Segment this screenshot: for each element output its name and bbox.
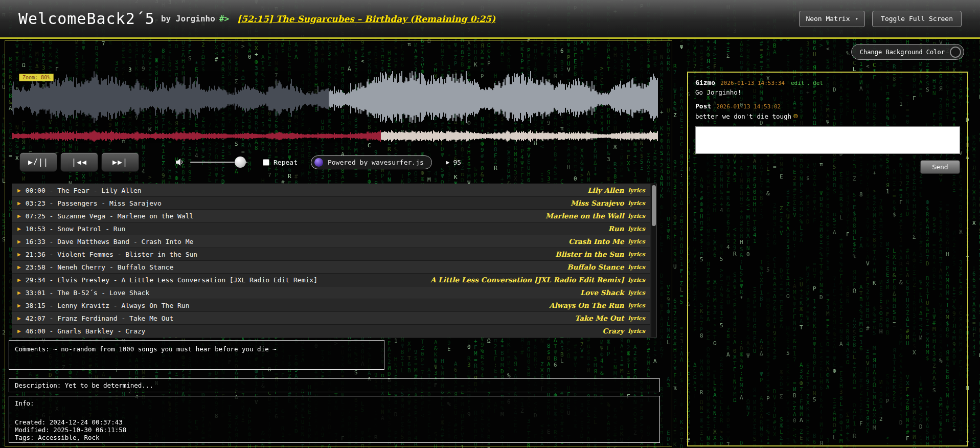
fullscreen-button[interactable]: Toggle Full Screen [872,11,962,27]
app-header: WelcomeBack2´5 by Jorginho #> [52:15] Th… [0,0,980,39]
message-text: Go Jorginho! [695,88,741,96]
theme-select-value: Neon Matrix [806,15,850,23]
track-play-icon[interactable]: ▶ [17,238,21,245]
lyrics-link[interactable]: lyrics [628,238,645,245]
edit-link[interactable]: edit [791,80,805,86]
waveform-seekbar[interactable]: Zoom: 80% [12,71,658,143]
info-modified: Modified: 2025-10-30 06:11:58 [15,427,654,434]
playlist-rows: ▶ 00:00 - The Fear - Lily Allen Lily All… [12,184,650,338]
info-title: Info: [15,400,654,407]
message-timestamp: 2026-01-13 14:53:02 [716,103,781,110]
lyrics-link[interactable]: lyrics [628,289,645,296]
info-tags: Tags: Accessible, Rock [15,434,654,441]
chat-input[interactable] [695,126,960,154]
track-play-icon[interactable]: ▶ [17,315,21,322]
track-title-link[interactable]: Love Shack [580,288,624,297]
playlist-row[interactable]: ▶ 38:15 - Lenny Kravitz - Always On The … [12,299,650,312]
theme-select[interactable]: Neon Matrix ▾ [799,11,865,27]
author-byline: by Jorginho [161,14,215,24]
playlist-row[interactable]: ▶ 29:34 - Elvis Presley - A Little Less … [12,274,650,286]
wavesurfer-credit-link[interactable]: Powered by wavesurfer.js [311,155,432,169]
track-label: 07:25 - Suzanne Vega - Marlene on the Wa… [26,212,194,220]
playlist-row[interactable]: ▶ 10:53 - Snow Patrol - Run Run lyrics [12,222,650,235]
color-picker-knob-icon[interactable] [950,47,961,58]
change-background-button[interactable]: Change Background Color [851,44,964,60]
comments-box: Comments: ~ no-random from 1000 songs yo… [9,340,384,370]
track-title-link[interactable]: Run [608,225,624,233]
player-panel: Zoom: 80% ▶/|| |◀◀ ▶▶| Repeat Powered by… [5,40,672,447]
playlist-row[interactable]: ▶ 00:00 - The Fear - Lily Allen Lily All… [12,184,650,197]
track-label: 23:58 - Neneh Cherry - Buffalo Stance [26,263,174,271]
play-pause-button[interactable]: ▶/|| [19,152,57,172]
playlist-row[interactable]: ▶ 03:23 - Passengers - Miss Sarajevo Mis… [12,197,650,210]
page-title: WelcomeBack2´5 [18,10,155,28]
track-play-icon[interactable]: ▶ [17,251,21,258]
lyrics-link[interactable]: lyrics [628,213,645,219]
playlist-row[interactable]: ▶ 07:25 - Suzanne Vega - Marlene on the … [12,210,650,222]
playlist-row[interactable]: ▶ 16:33 - Dave Matthews Band - Crash Int… [12,235,650,248]
wavesurfer-credit-label: Powered by wavesurfer.js [328,159,424,166]
track-title-link[interactable]: Buffalo Stance [567,263,624,271]
track-label: 21:36 - Violent Femmes - Blister in the … [26,251,198,258]
chat-panel: Gizmo 2026-01-13 14:53:34 edit.del Go Jo… [687,72,968,446]
track-play-icon[interactable]: ▶ [17,200,21,207]
lyrics-link[interactable]: lyrics [628,200,645,207]
playlist-row[interactable]: ▶ 42:07 - Franz Ferdinand - Take Me Out … [12,312,650,325]
track-label: 33:01 - The B-52´s - Love Shack [26,289,150,297]
track-title-link[interactable]: Miss Sarajevo [571,199,624,207]
description-text: Description: Yet to be determined... [15,382,153,389]
message-author: Gizmo [695,79,715,86]
track-play-icon[interactable]: ▶ [17,302,21,309]
send-button[interactable]: Send [920,160,960,174]
volume-icon[interactable] [176,158,185,166]
lyrics-link[interactable]: lyrics [628,251,645,258]
lyrics-link[interactable]: lyrics [628,302,645,309]
message-actions: edit.del [791,80,823,86]
track-title-link[interactable]: Always On The Run [549,301,624,309]
track-play-icon[interactable]: ▶ [17,226,21,232]
zoom-badge: Zoom: 80% [19,74,54,81]
track-label: 42:07 - Franz Ferdinand - Take Me Out [26,315,174,322]
track-label: 38:15 - Lenny Kravitz - Always On The Ru… [26,302,190,309]
track-title-link[interactable]: Crash Into Me [568,237,624,245]
volume-slider[interactable] [190,156,247,168]
lyrics-link[interactable]: lyrics [628,264,645,271]
play-count-icon: ▶ [446,159,450,166]
lyrics-link[interactable]: lyrics [628,315,645,322]
now-playing-marquee: [52:15] The Sugarcubes – Birthday (Remai… [237,14,495,24]
track-play-icon[interactable]: ▶ [17,187,21,194]
lyrics-link[interactable]: lyrics [628,187,645,194]
track-title-link[interactable]: Blister in the Sun [555,250,624,258]
track-play-icon[interactable]: ▶ [17,277,21,283]
delete-link[interactable]: del [813,80,823,86]
lyrics-link[interactable]: lyrics [628,328,645,334]
track-play-icon[interactable]: ▶ [17,213,21,219]
track-label: 46:00 - Gnarls Barkley - Crazy [26,327,146,335]
lyrics-link[interactable]: lyrics [628,277,645,283]
track-title-link[interactable]: A Little Less Conversation [JXL Radio Ed… [430,276,624,284]
track-title-link[interactable]: Take Me Out [575,314,624,322]
track-play-icon[interactable]: ▶ [17,289,21,296]
volume-slider-knob[interactable] [235,156,246,168]
lyrics-link[interactable]: lyrics [628,226,645,232]
message-timestamp: 2026-01-13 14:53:34 [720,80,785,86]
playlist-scrollbar[interactable] [651,184,656,337]
track-title-link[interactable]: Lily Allen [587,186,624,194]
playlist-scrollbar-thumb[interactable] [652,185,656,226]
waveform-canvas [12,71,658,143]
playlist-row[interactable]: ▶ 23:58 - Neneh Cherry - Buffalo Stance … [12,261,650,274]
repeat-checkbox[interactable] [263,159,269,166]
previous-button[interactable]: |◀◀ [60,152,98,172]
track-title-link[interactable]: Crazy [602,327,624,335]
playlist-row[interactable]: ▶ 33:01 - The B-52´s - Love Shack Love S… [12,286,650,299]
repeat-toggle[interactable]: Repeat [263,159,298,166]
playlist-row[interactable]: ▶ 46:00 - Gnarls Barkley - Crazy Crazy l… [12,325,650,338]
track-title-link[interactable]: Marlene on the Wall [545,212,624,220]
playlist-row[interactable]: ▶ 21:36 - Violent Femmes - Blister in th… [12,248,650,261]
track-play-icon[interactable]: ▶ [17,328,21,334]
track-play-icon[interactable]: ▶ [17,264,21,271]
track-label: 03:23 - Passengers - Miss Sarajevo [26,199,162,207]
next-button[interactable]: ▶▶| [101,152,139,172]
comments-text: Comments: ~ no-random from 1000 songs yo… [15,345,277,353]
app-root: WelcomeBack2´5 by Jorginho #> [52:15] Th… [0,0,980,448]
